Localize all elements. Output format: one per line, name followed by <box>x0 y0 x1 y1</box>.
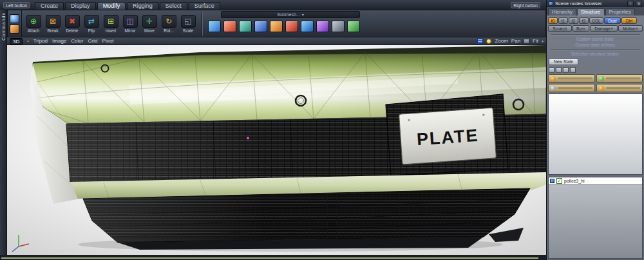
tool-rotate[interactable]: ↻Rot... <box>159 12 178 35</box>
submesh-icon-torus[interactable] <box>301 21 314 32</box>
menu-color[interactable]: Color <box>71 38 83 44</box>
state-chip-t0[interactable]: t0 <box>548 17 558 24</box>
state-chip-burn[interactable]: Burn <box>573 25 590 32</box>
tab-surface[interactable]: Surface <box>189 2 220 10</box>
timeline-strip[interactable] <box>1 257 538 259</box>
submesh-icon-cylinder[interactable] <box>254 21 267 32</box>
menu-pivot[interactable]: Pivot <box>102 38 114 44</box>
node-type-icon <box>550 179 554 183</box>
gray-gem-icon <box>551 86 556 91</box>
tab-structure[interactable]: Structure <box>577 8 604 15</box>
illegible-label <box>558 77 592 79</box>
panel-close-icon[interactable]: × <box>636 1 642 6</box>
nodes-list: ✓ police3_hi <box>548 177 643 259</box>
tool-flip[interactable]: ⇄Flip <box>82 12 101 35</box>
frame-view-icon[interactable] <box>524 39 529 44</box>
state-chip-row-1: t0 t1 t2 t3 COL Dust Dirt <box>548 17 643 24</box>
tool-move[interactable]: ✛Move <box>140 12 159 35</box>
node-row[interactable]: ✓ police3_hi <box>549 177 642 185</box>
toolbar: ⊕Attach ⊠Break ✖Delete ⇄Flip ⊞Insert ◫Mi… <box>7 10 546 37</box>
panel-icon <box>549 1 553 6</box>
fit-button[interactable]: Fit <box>533 38 538 44</box>
tab-select[interactable]: Select <box>160 2 187 10</box>
grid-toggle-icon[interactable] <box>477 38 483 44</box>
tab-create[interactable]: Create <box>35 2 64 10</box>
submesh-group: Submesh... ▾ <box>204 10 377 37</box>
state-chip-scratch[interactable]: Scratch <box>548 25 572 32</box>
tool-label: Rot... <box>164 28 174 33</box>
state-mini-icon-1[interactable] <box>549 67 554 73</box>
state-chip-motion[interactable]: Motion▾ <box>618 25 643 32</box>
state-button-row: New State <box>549 58 642 65</box>
illegible-label <box>558 87 592 89</box>
state-action-button-2[interactable] <box>596 74 643 83</box>
state-chip-t1[interactable]: t1 <box>558 17 568 24</box>
submesh-icon-prism[interactable] <box>316 21 329 32</box>
nodes-empty-area[interactable] <box>549 185 642 258</box>
submesh-icon-wedge[interactable] <box>223 21 236 32</box>
state-chip-dust[interactable]: Dust <box>604 17 621 24</box>
state-action-button-4[interactable] <box>596 84 643 92</box>
orange-gem-icon <box>599 86 604 91</box>
pan-button[interactable]: Pan <box>511 38 520 44</box>
left-command-strip[interactable]: Commands <box>0 10 7 255</box>
state-mini-icon-4[interactable] <box>570 67 576 73</box>
tool-break[interactable]: ⊠Break <box>43 12 62 35</box>
orange-gem-icon <box>551 76 556 81</box>
state-mini-icon-3[interactable] <box>563 67 569 73</box>
submesh-icon-pyramid[interactable] <box>239 21 252 32</box>
right-button-annotation: Right button <box>511 2 540 8</box>
tool-insert[interactable]: ⊞Insert <box>101 12 120 35</box>
attach-icon: ⊕ <box>26 15 41 28</box>
chip-label: Damage <box>594 26 611 32</box>
state-chip-t2[interactable]: t2 <box>569 17 578 24</box>
state-action-button-3[interactable] <box>548 84 595 92</box>
state-chip-dirt[interactable]: Dirt <box>621 17 637 24</box>
node-checkbox[interactable]: ✓ <box>556 178 562 184</box>
sphere-primitive-icon[interactable] <box>10 14 19 23</box>
tool-attach[interactable]: ⊕Attach <box>24 12 43 35</box>
chip-label: Motion <box>623 26 636 32</box>
state-chip-row-2: Scratch Burn Damage▾ Motion▾ <box>548 25 643 32</box>
zoom-button[interactable]: Zoom <box>495 38 507 44</box>
tool-label: Break <box>48 28 59 33</box>
viewport-toolbar-right: Zoom Pan Fit ▾ <box>477 38 544 44</box>
tab-rigging[interactable]: Rigging <box>127 2 158 10</box>
panel-pin-icon[interactable]: ▫ <box>627 1 634 6</box>
submesh-dropdown[interactable]: Submesh... ▾ <box>221 11 360 18</box>
zmodeler-app: Left button Create Display Modify Riggin… <box>0 0 644 260</box>
state-action-button-1[interactable] <box>548 74 595 83</box>
selected-vertex-dot[interactable] <box>247 137 249 139</box>
tab-modify[interactable]: Modify <box>97 2 126 10</box>
tab-display[interactable]: Display <box>65 2 96 10</box>
tab-hierarchy[interactable]: Hierarchy <box>548 8 576 15</box>
submesh-icon-cube[interactable] <box>208 21 221 32</box>
structure-states-list[interactable] <box>548 94 643 175</box>
menu-tripod[interactable]: Tripod <box>33 38 48 44</box>
state-chip-t3[interactable]: t3 <box>579 17 589 24</box>
tab-properties[interactable]: Properties <box>605 8 635 15</box>
viewport-3d[interactable]: PLATE <box>7 45 546 255</box>
lightbulb-icon[interactable] <box>486 39 491 44</box>
cube-primitive-icon[interactable] <box>10 25 19 34</box>
tool-delete[interactable]: ✖Delete <box>62 12 82 35</box>
menu-grid[interactable]: Grid <box>88 38 97 44</box>
submesh-icon-cone[interactable] <box>270 21 283 32</box>
illegible-label <box>606 87 641 89</box>
submesh-icon-lattice[interactable] <box>332 21 345 32</box>
panel-header[interactable]: Scene nodes browser ▫ × <box>547 0 644 7</box>
check-icon: ✓ <box>557 179 562 184</box>
state-chip-damage[interactable]: Damage▾ <box>590 25 617 32</box>
tool-mirror[interactable]: ◫Mirror <box>120 12 140 35</box>
state-mini-icon-2[interactable] <box>556 67 562 73</box>
state-chip-col[interactable]: COL <box>589 17 603 24</box>
toolbar-separator <box>202 12 202 35</box>
submesh-icon-sphere[interactable] <box>285 21 298 32</box>
viewport-mode-button[interactable]: 3D <box>10 38 23 45</box>
submesh-icon-helix[interactable] <box>347 21 360 32</box>
viewport-scene: PLATE <box>7 45 546 255</box>
tool-scale[interactable]: ◱Scale <box>178 12 198 35</box>
new-state-button[interactable]: New State <box>549 58 578 65</box>
panel-title: Scene nodes browser <box>555 1 602 6</box>
menu-image[interactable]: Image <box>52 38 66 44</box>
